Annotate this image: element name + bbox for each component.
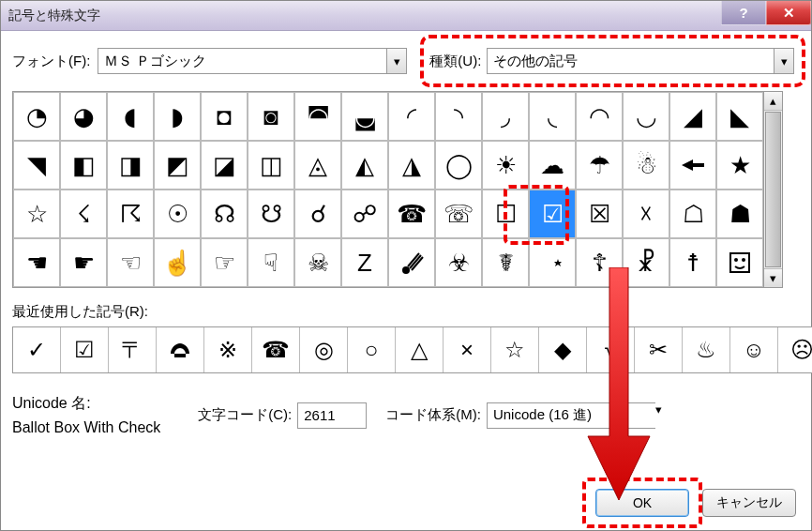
char-cell[interactable]: ◪ — [201, 141, 248, 190]
recent-cell[interactable]: ☹ — [778, 327, 812, 372]
cancel-button[interactable]: キャンセル — [702, 489, 796, 517]
char-cell[interactable]: ◗ — [154, 92, 201, 141]
dialog-window: 記号と特殊文字 ? ✕ フォント(F): ▾ 種類(U): — [0, 0, 812, 531]
help-button[interactable]: ? — [721, 1, 766, 25]
char-cell[interactable] — [716, 238, 763, 287]
code-system-combo-input[interactable] — [487, 402, 655, 429]
char-cell[interactable]: ☂ — [576, 141, 623, 190]
char-cell[interactable]: ☋ — [248, 190, 294, 238]
char-cell[interactable]: ☖ — [669, 190, 716, 238]
char-cell[interactable]: ☉ — [154, 190, 201, 238]
char-cell[interactable]: ◨ — [107, 141, 154, 190]
char-cell[interactable]: ☐ — [482, 190, 529, 238]
char-cell[interactable]: ◕ — [60, 92, 107, 141]
recent-cell[interactable]: ✓ — [13, 327, 61, 372]
char-cell[interactable]: ☠ — [294, 238, 341, 287]
char-cell[interactable]: ☤ — [482, 238, 529, 287]
char-cell[interactable]: ☍ — [341, 190, 388, 238]
scroll-thumb[interactable] — [765, 112, 781, 267]
recent-cell[interactable] — [157, 327, 204, 372]
grid-scrollbar[interactable]: ▴ ▾ — [764, 91, 783, 288]
recent-cell[interactable]: ☑ — [61, 327, 109, 372]
char-cell[interactable]: ☞ — [201, 238, 248, 287]
category-combo-dropdown[interactable]: ▾ — [774, 48, 794, 74]
svg-point-3 — [742, 258, 745, 262]
char-cell[interactable]: ◫ — [248, 141, 294, 190]
char-cell[interactable]: ☧ — [623, 238, 669, 287]
char-cell[interactable]: ◣ — [716, 92, 763, 141]
char-cell[interactable]: ◞ — [482, 92, 529, 141]
char-cell[interactable]: ◯ — [435, 141, 482, 190]
char-cell[interactable]: ☆ — [13, 190, 60, 238]
char-cell[interactable] — [388, 238, 435, 287]
char-cell[interactable]: ☦ — [576, 238, 623, 287]
char-cell[interactable] — [529, 238, 576, 287]
char-cell[interactable]: ☜ — [107, 238, 154, 287]
char-cell[interactable]: ☃ — [623, 141, 669, 190]
char-cell[interactable]: ☨ — [669, 238, 716, 287]
recent-cell[interactable]: ✂ — [635, 327, 683, 372]
recent-cell[interactable]: 〒 — [109, 327, 157, 372]
recent-cell[interactable]: √ — [587, 327, 635, 372]
recent-cell[interactable]: ◆ — [539, 327, 587, 372]
recent-cell[interactable]: ♨ — [683, 327, 730, 372]
char-cell[interactable]: ☓ — [623, 190, 669, 238]
recent-cell[interactable]: ◎ — [300, 327, 348, 372]
char-cell[interactable]: ☌ — [294, 190, 341, 238]
char-cell[interactable]: ◝ — [435, 92, 482, 141]
char-cell[interactable]: ◚ — [294, 92, 341, 141]
recent-cell[interactable]: ☺ — [730, 327, 778, 372]
ok-button[interactable]: OK — [595, 489, 689, 517]
char-cell[interactable]: ☒ — [576, 190, 623, 238]
char-cell[interactable]: ☑ — [529, 190, 576, 238]
char-cell[interactable]: ◛ — [341, 92, 388, 141]
char-cell[interactable]: ☛ — [60, 238, 107, 287]
char-cell[interactable] — [669, 141, 716, 190]
scroll-down[interactable]: ▾ — [764, 268, 782, 287]
recent-cell[interactable]: ※ — [204, 327, 252, 372]
char-cell[interactable]: ☝ — [154, 238, 201, 287]
char-cell[interactable]: ◠ — [576, 92, 623, 141]
close-button[interactable]: ✕ — [766, 1, 811, 25]
char-cell[interactable]: ☗ — [716, 190, 763, 238]
char-cell[interactable]: ◜ — [388, 92, 435, 141]
code-system-dropdown[interactable]: ▾ — [655, 402, 662, 429]
font-combo-input[interactable] — [98, 48, 386, 74]
char-cell[interactable]: ☟ — [248, 238, 294, 287]
char-cell[interactable]: ★ — [716, 141, 763, 190]
char-cell[interactable]: ◡ — [623, 92, 669, 141]
char-cell[interactable]: ◢ — [669, 92, 716, 141]
recent-cell[interactable]: ○ — [348, 327, 396, 372]
char-cell[interactable]: ☈ — [107, 190, 154, 238]
font-combo-dropdown[interactable]: ▾ — [386, 48, 407, 74]
char-cell[interactable]: ◭ — [341, 141, 388, 190]
char-cell[interactable]: ◩ — [154, 141, 201, 190]
char-cell[interactable]: ◬ — [294, 141, 341, 190]
char-cell[interactable]: ☎ — [388, 190, 435, 238]
char-cell[interactable]: ☊ — [201, 190, 248, 238]
char-cell[interactable]: ◖ — [107, 92, 154, 141]
char-cell[interactable]: ☣ — [435, 238, 482, 287]
recent-cell[interactable]: ☆ — [491, 327, 539, 372]
char-cell[interactable]: Z — [341, 238, 388, 287]
char-cell[interactable]: ◙ — [248, 92, 294, 141]
recent-cell[interactable]: △ — [396, 327, 444, 372]
char-cell[interactable]: ◮ — [388, 141, 435, 190]
scroll-up[interactable]: ▴ — [764, 92, 782, 111]
recent-cell[interactable]: ☎ — [252, 327, 300, 372]
char-cell[interactable]: ☀ — [482, 141, 529, 190]
char-cell[interactable]: ☏ — [435, 190, 482, 238]
glyph: ☎ — [397, 200, 427, 229]
char-cell[interactable]: ◥ — [13, 141, 60, 190]
category-combo-input[interactable] — [487, 48, 774, 74]
char-cell[interactable]: ◘ — [201, 92, 248, 141]
recent-cell[interactable]: × — [444, 327, 491, 372]
char-cell[interactable]: ◧ — [60, 141, 107, 190]
char-cell[interactable]: ◟ — [529, 92, 576, 141]
char-cell[interactable]: ☁ — [529, 141, 576, 190]
char-cell[interactable]: ☇ — [60, 190, 107, 238]
glyph: ☆ — [26, 200, 48, 229]
char-cell[interactable]: ☚ — [13, 238, 60, 287]
char-cell[interactable]: ◔ — [13, 92, 60, 141]
char-code-input[interactable] — [297, 402, 367, 429]
